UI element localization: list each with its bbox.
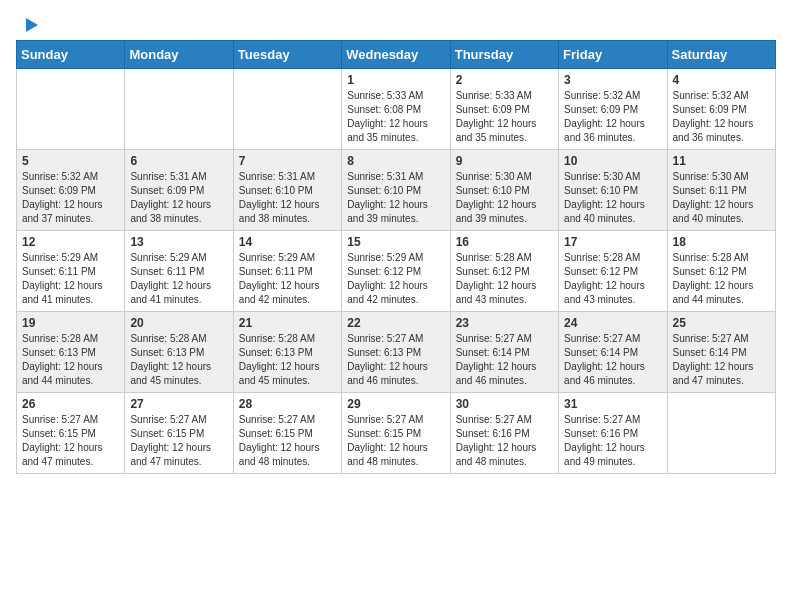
day-number: 3	[564, 73, 661, 87]
day-number: 30	[456, 397, 553, 411]
day-cell: 25Sunrise: 5:27 AMSunset: 6:14 PMDayligh…	[667, 312, 775, 393]
day-cell: 28Sunrise: 5:27 AMSunset: 6:15 PMDayligh…	[233, 393, 341, 474]
day-cell	[17, 69, 125, 150]
day-number: 7	[239, 154, 336, 168]
day-cell: 16Sunrise: 5:28 AMSunset: 6:12 PMDayligh…	[450, 231, 558, 312]
day-info: Sunrise: 5:31 AMSunset: 6:10 PMDaylight:…	[239, 170, 336, 226]
day-info: Sunrise: 5:28 AMSunset: 6:13 PMDaylight:…	[22, 332, 119, 388]
week-row-1: 1Sunrise: 5:33 AMSunset: 6:08 PMDaylight…	[17, 69, 776, 150]
header-row: SundayMondayTuesdayWednesdayThursdayFrid…	[17, 41, 776, 69]
logo	[16, 16, 40, 32]
day-cell: 10Sunrise: 5:30 AMSunset: 6:10 PMDayligh…	[559, 150, 667, 231]
day-info: Sunrise: 5:27 AMSunset: 6:15 PMDaylight:…	[130, 413, 227, 469]
day-cell: 3Sunrise: 5:32 AMSunset: 6:09 PMDaylight…	[559, 69, 667, 150]
day-cell: 31Sunrise: 5:27 AMSunset: 6:16 PMDayligh…	[559, 393, 667, 474]
svg-marker-0	[26, 18, 38, 32]
day-info: Sunrise: 5:27 AMSunset: 6:13 PMDaylight:…	[347, 332, 444, 388]
day-number: 18	[673, 235, 770, 249]
day-info: Sunrise: 5:33 AMSunset: 6:09 PMDaylight:…	[456, 89, 553, 145]
day-cell: 9Sunrise: 5:30 AMSunset: 6:10 PMDaylight…	[450, 150, 558, 231]
day-cell: 30Sunrise: 5:27 AMSunset: 6:16 PMDayligh…	[450, 393, 558, 474]
day-number: 14	[239, 235, 336, 249]
day-number: 8	[347, 154, 444, 168]
day-info: Sunrise: 5:32 AMSunset: 6:09 PMDaylight:…	[673, 89, 770, 145]
day-cell: 6Sunrise: 5:31 AMSunset: 6:09 PMDaylight…	[125, 150, 233, 231]
day-number: 23	[456, 316, 553, 330]
day-cell: 27Sunrise: 5:27 AMSunset: 6:15 PMDayligh…	[125, 393, 233, 474]
day-number: 20	[130, 316, 227, 330]
day-info: Sunrise: 5:27 AMSunset: 6:15 PMDaylight:…	[239, 413, 336, 469]
day-number: 2	[456, 73, 553, 87]
day-cell: 24Sunrise: 5:27 AMSunset: 6:14 PMDayligh…	[559, 312, 667, 393]
day-cell: 13Sunrise: 5:29 AMSunset: 6:11 PMDayligh…	[125, 231, 233, 312]
calendar-table: SundayMondayTuesdayWednesdayThursdayFrid…	[16, 40, 776, 474]
week-row-2: 5Sunrise: 5:32 AMSunset: 6:09 PMDaylight…	[17, 150, 776, 231]
day-number: 17	[564, 235, 661, 249]
day-cell: 17Sunrise: 5:28 AMSunset: 6:12 PMDayligh…	[559, 231, 667, 312]
day-cell: 8Sunrise: 5:31 AMSunset: 6:10 PMDaylight…	[342, 150, 450, 231]
day-info: Sunrise: 5:28 AMSunset: 6:12 PMDaylight:…	[673, 251, 770, 307]
day-info: Sunrise: 5:29 AMSunset: 6:12 PMDaylight:…	[347, 251, 444, 307]
day-cell: 21Sunrise: 5:28 AMSunset: 6:13 PMDayligh…	[233, 312, 341, 393]
day-info: Sunrise: 5:27 AMSunset: 6:14 PMDaylight:…	[456, 332, 553, 388]
day-cell: 11Sunrise: 5:30 AMSunset: 6:11 PMDayligh…	[667, 150, 775, 231]
day-info: Sunrise: 5:27 AMSunset: 6:15 PMDaylight:…	[22, 413, 119, 469]
day-info: Sunrise: 5:31 AMSunset: 6:09 PMDaylight:…	[130, 170, 227, 226]
day-info: Sunrise: 5:31 AMSunset: 6:10 PMDaylight:…	[347, 170, 444, 226]
day-number: 19	[22, 316, 119, 330]
day-number: 24	[564, 316, 661, 330]
day-info: Sunrise: 5:33 AMSunset: 6:08 PMDaylight:…	[347, 89, 444, 145]
day-cell: 19Sunrise: 5:28 AMSunset: 6:13 PMDayligh…	[17, 312, 125, 393]
week-row-4: 19Sunrise: 5:28 AMSunset: 6:13 PMDayligh…	[17, 312, 776, 393]
day-number: 4	[673, 73, 770, 87]
day-info: Sunrise: 5:32 AMSunset: 6:09 PMDaylight:…	[564, 89, 661, 145]
day-info: Sunrise: 5:30 AMSunset: 6:11 PMDaylight:…	[673, 170, 770, 226]
day-number: 9	[456, 154, 553, 168]
day-number: 21	[239, 316, 336, 330]
day-header-friday: Friday	[559, 41, 667, 69]
day-number: 15	[347, 235, 444, 249]
day-info: Sunrise: 5:29 AMSunset: 6:11 PMDaylight:…	[22, 251, 119, 307]
day-info: Sunrise: 5:30 AMSunset: 6:10 PMDaylight:…	[456, 170, 553, 226]
day-number: 22	[347, 316, 444, 330]
header	[16, 16, 776, 32]
day-cell: 1Sunrise: 5:33 AMSunset: 6:08 PMDaylight…	[342, 69, 450, 150]
day-cell: 7Sunrise: 5:31 AMSunset: 6:10 PMDaylight…	[233, 150, 341, 231]
day-number: 27	[130, 397, 227, 411]
day-number: 1	[347, 73, 444, 87]
day-cell: 12Sunrise: 5:29 AMSunset: 6:11 PMDayligh…	[17, 231, 125, 312]
day-info: Sunrise: 5:28 AMSunset: 6:12 PMDaylight:…	[456, 251, 553, 307]
day-cell: 20Sunrise: 5:28 AMSunset: 6:13 PMDayligh…	[125, 312, 233, 393]
day-cell	[233, 69, 341, 150]
day-header-thursday: Thursday	[450, 41, 558, 69]
day-info: Sunrise: 5:28 AMSunset: 6:13 PMDaylight:…	[130, 332, 227, 388]
day-cell: 29Sunrise: 5:27 AMSunset: 6:15 PMDayligh…	[342, 393, 450, 474]
day-info: Sunrise: 5:29 AMSunset: 6:11 PMDaylight:…	[239, 251, 336, 307]
day-cell: 23Sunrise: 5:27 AMSunset: 6:14 PMDayligh…	[450, 312, 558, 393]
week-row-5: 26Sunrise: 5:27 AMSunset: 6:15 PMDayligh…	[17, 393, 776, 474]
day-header-tuesday: Tuesday	[233, 41, 341, 69]
day-info: Sunrise: 5:28 AMSunset: 6:12 PMDaylight:…	[564, 251, 661, 307]
day-info: Sunrise: 5:27 AMSunset: 6:16 PMDaylight:…	[456, 413, 553, 469]
day-number: 6	[130, 154, 227, 168]
day-number: 28	[239, 397, 336, 411]
day-cell: 22Sunrise: 5:27 AMSunset: 6:13 PMDayligh…	[342, 312, 450, 393]
week-row-3: 12Sunrise: 5:29 AMSunset: 6:11 PMDayligh…	[17, 231, 776, 312]
day-cell: 18Sunrise: 5:28 AMSunset: 6:12 PMDayligh…	[667, 231, 775, 312]
day-header-monday: Monday	[125, 41, 233, 69]
day-number: 5	[22, 154, 119, 168]
day-number: 12	[22, 235, 119, 249]
day-number: 29	[347, 397, 444, 411]
day-info: Sunrise: 5:29 AMSunset: 6:11 PMDaylight:…	[130, 251, 227, 307]
day-header-sunday: Sunday	[17, 41, 125, 69]
day-cell: 2Sunrise: 5:33 AMSunset: 6:09 PMDaylight…	[450, 69, 558, 150]
day-number: 10	[564, 154, 661, 168]
day-number: 26	[22, 397, 119, 411]
day-info: Sunrise: 5:27 AMSunset: 6:14 PMDaylight:…	[673, 332, 770, 388]
day-number: 25	[673, 316, 770, 330]
day-info: Sunrise: 5:28 AMSunset: 6:13 PMDaylight:…	[239, 332, 336, 388]
day-number: 16	[456, 235, 553, 249]
day-cell: 15Sunrise: 5:29 AMSunset: 6:12 PMDayligh…	[342, 231, 450, 312]
logo-icon	[18, 14, 40, 36]
day-cell: 26Sunrise: 5:27 AMSunset: 6:15 PMDayligh…	[17, 393, 125, 474]
